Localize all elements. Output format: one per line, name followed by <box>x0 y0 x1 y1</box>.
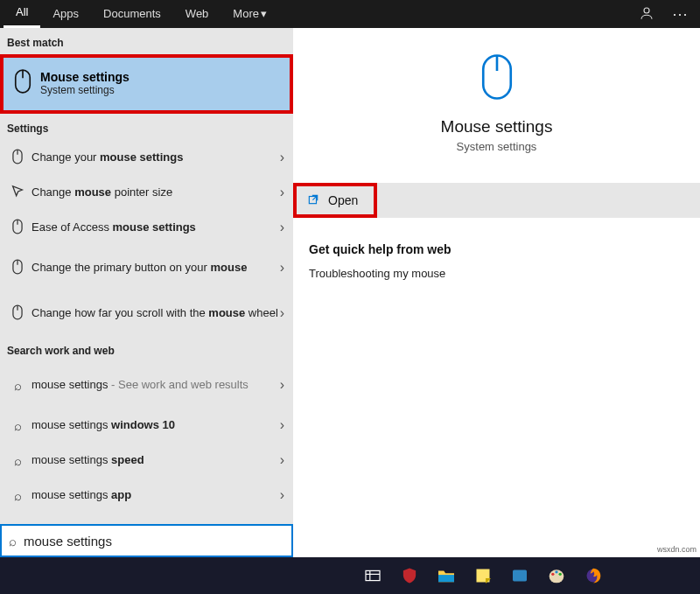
result-label: mouse settings speed <box>28 452 280 468</box>
quick-help-item[interactable]: Troubleshooting my mouse <box>309 267 684 280</box>
preview-subtitle: System settings <box>293 140 700 153</box>
quick-help-title: Get quick help from web <box>309 242 684 256</box>
result-label: mouse settings app <box>28 487 280 503</box>
svg-point-20 <box>551 573 554 576</box>
feedback-icon[interactable] <box>630 5 663 24</box>
chevron-right-icon: › <box>280 150 284 165</box>
section-best-match: Best match <box>0 28 293 54</box>
result-best-mouse-settings[interactable]: Mouse settings System settings <box>0 54 293 114</box>
tab-more[interactable]: More ▾ <box>220 2 279 27</box>
best-match-subtitle: System settings <box>40 84 130 96</box>
taskbar-app-firefox[interactable] <box>579 562 607 590</box>
mouse-icon <box>10 68 35 98</box>
result-label: mouse settings - See work and web result… <box>28 377 280 393</box>
mouse-icon <box>7 149 28 167</box>
section-settings: Settings <box>0 114 293 140</box>
result-scroll-wheel[interactable]: Change how far you scroll with the mouse… <box>0 290 293 336</box>
open-button[interactable]: Open <box>293 183 377 218</box>
taskbar-app-shield[interactable] <box>396 562 424 590</box>
svg-point-21 <box>555 570 557 573</box>
svg-point-22 <box>559 573 562 576</box>
search-icon: ⌕ <box>7 418 28 433</box>
tab-apps[interactable]: Apps <box>40 2 91 27</box>
mouse-icon <box>7 219 28 237</box>
taskbar <box>0 557 700 594</box>
search-scope-tabs: All Apps Documents Web More ▾ ⋯ <box>0 0 700 28</box>
taskbar-app-paint[interactable] <box>542 562 570 590</box>
chevron-right-icon: › <box>280 377 284 393</box>
result-change-pointer-size[interactable]: Change mouse pointer size › <box>0 175 293 210</box>
results-panel: Best match Mouse settings System setting… <box>0 28 293 557</box>
tab-all[interactable]: All <box>4 0 40 28</box>
result-label: Change mouse pointer size <box>28 185 280 200</box>
taskbar-app-sticky-notes[interactable] <box>469 562 497 590</box>
chevron-right-icon: › <box>280 220 284 235</box>
best-match-title: Mouse settings <box>40 70 130 84</box>
tab-documents[interactable]: Documents <box>91 2 173 27</box>
result-label: Change the primary button on your mouse <box>28 260 280 276</box>
watermark: wsxdn.com <box>657 545 696 554</box>
mouse-icon <box>7 304 28 323</box>
svg-rect-14 <box>366 570 380 580</box>
search-input[interactable] <box>17 534 284 549</box>
taskbar-app-taskview[interactable] <box>359 562 387 590</box>
search-icon: ⌕ <box>9 534 17 549</box>
section-web: Search work and web <box>0 336 293 362</box>
chevron-right-icon: › <box>280 452 284 468</box>
preview-title: Mouse settings <box>293 117 700 136</box>
mouse-icon-large <box>293 52 700 105</box>
result-ease-of-access-mouse[interactable]: Ease of Access mouse settings › <box>0 210 293 245</box>
taskbar-app-generic1[interactable] <box>506 562 534 590</box>
cursor-icon <box>7 185 28 201</box>
result-label: Ease of Access mouse settings <box>28 220 280 235</box>
chevron-right-icon: › <box>280 305 284 321</box>
chevron-right-icon: › <box>280 185 284 200</box>
search-icon: ⌕ <box>7 488 28 503</box>
open-label: Open <box>328 193 358 207</box>
result-label: Change how far you scroll with the mouse… <box>28 305 280 321</box>
mouse-icon <box>7 259 28 277</box>
open-icon <box>307 193 319 208</box>
result-change-mouse-settings[interactable]: Change your mouse settings › <box>0 140 293 175</box>
result-web-mouse-settings[interactable]: ⌕ mouse settings - See work and web resu… <box>0 362 293 408</box>
chevron-right-icon: › <box>280 417 284 433</box>
search-icon: ⌕ <box>7 378 28 393</box>
chevron-right-icon: › <box>280 487 284 503</box>
result-web-speed[interactable]: ⌕ mouse settings speed › <box>0 443 293 478</box>
result-web-app[interactable]: ⌕ mouse settings app › <box>0 478 293 513</box>
more-options-icon[interactable]: ⋯ <box>663 4 696 24</box>
search-box[interactable]: ⌕ <box>0 524 293 557</box>
svg-point-0 <box>644 8 649 13</box>
result-primary-button[interactable]: Change the primary button on your mouse … <box>0 245 293 290</box>
chevron-right-icon: › <box>280 260 284 276</box>
result-web-windows10[interactable]: ⌕ mouse settings windows 10 › <box>0 408 293 443</box>
result-label: mouse settings windows 10 <box>28 417 280 433</box>
chevron-down-icon: ▾ <box>261 7 267 20</box>
search-icon: ⌕ <box>7 453 28 468</box>
tab-web[interactable]: Web <box>173 2 221 27</box>
result-label: Change your mouse settings <box>28 150 280 165</box>
taskbar-app-file-explorer[interactable] <box>432 562 460 590</box>
preview-panel: Mouse settings System settings Open Get … <box>293 28 700 557</box>
svg-rect-18 <box>513 570 527 582</box>
